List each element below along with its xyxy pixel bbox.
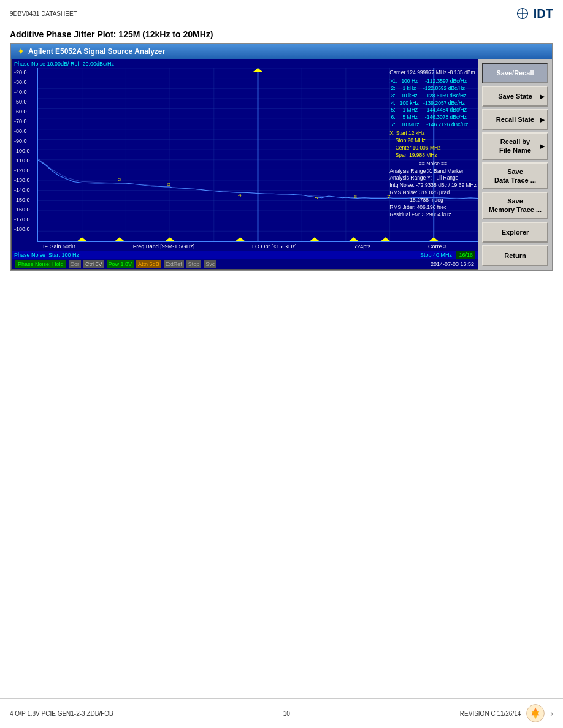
recall-by-file-name-button[interactable]: Recall byFile Name ▶ bbox=[482, 132, 548, 160]
chart-bottom-bar: Phase Noise Start 100 Hz Stop 40 MHz 16/… bbox=[12, 251, 478, 259]
analysis-x: Analysis Range X: Band Marker bbox=[389, 168, 477, 175]
x-center: Center 10.006 MHz bbox=[389, 145, 477, 152]
status-strip: Phase Noise: Hold Cor Ctrl 0V Pow 1.8V A… bbox=[12, 259, 478, 269]
noise-header: ≡≡ Noise ≡≡ bbox=[389, 161, 477, 168]
analysis-y: Analysis Range Y: Full Range bbox=[389, 175, 477, 182]
idt-logo-text: IDT bbox=[534, 7, 553, 21]
status-ctrl: Ctrl 0V bbox=[83, 260, 104, 268]
svg-text:3: 3 bbox=[167, 182, 170, 186]
rms-noise-1: RMS Noise: 319.025 µrad bbox=[389, 189, 477, 197]
idt-logo: IDT bbox=[514, 5, 553, 22]
y-label-6: -70.0 bbox=[14, 118, 36, 124]
status-cor: Cor bbox=[69, 260, 82, 268]
chart-title: Additive Phase Jitter Plot: 125M (12kHz … bbox=[0, 25, 563, 43]
explorer-button[interactable]: Explorer bbox=[482, 222, 548, 243]
svg-text:4: 4 bbox=[238, 194, 242, 198]
footer-left: 4 O/P 1.8V PCIE GEN1-2-3 ZDB/FOB bbox=[10, 710, 113, 717]
marker-6: 6: 5 MHz -146.3078 dBc/Hz bbox=[389, 114, 477, 121]
status-lo-opt: LO Opt [<150kHz] bbox=[252, 243, 296, 249]
sun-icon: ✦ bbox=[17, 47, 25, 56]
status-svc: Svc bbox=[204, 260, 216, 268]
footer-arrow[interactable]: › bbox=[550, 708, 553, 718]
recall-state-button[interactable]: Recall State ▶ bbox=[482, 109, 548, 130]
return-button[interactable]: Return bbox=[482, 245, 548, 266]
status-datetime: 2014-07-03 16:52 bbox=[431, 261, 474, 267]
footer-center: 10 bbox=[283, 710, 290, 717]
save-state-button[interactable]: Save State ▶ bbox=[482, 86, 548, 107]
y-axis-labels: -20.0 -30.0 -40.0 -50.0 -60.0 -70.0 -80.… bbox=[12, 68, 37, 242]
idt-logo-icon bbox=[514, 5, 531, 22]
svg-text:6: 6 bbox=[354, 194, 358, 199]
instrument-title-bar: ✦ Agilent E5052A Signal Source Analyzer bbox=[11, 44, 552, 59]
marker-3: 3: 10 kHz -128.6159 dBc/Hz bbox=[389, 93, 477, 100]
footer-revision: REVISION C 11/26/14 bbox=[460, 710, 521, 717]
y-label-15: -160.0 bbox=[14, 207, 36, 213]
chart-top-bar: Phase Noise 10.00dB/ Ref -20.00dBc/Hz bbox=[12, 59, 478, 68]
footer-right: REVISION C 11/26/14 › bbox=[460, 703, 553, 723]
save-recall-button[interactable]: Save/Recall bbox=[482, 63, 548, 83]
marker-2: 2: 1 kHz -122.8592 dBc/Hz bbox=[389, 85, 477, 93]
svg-text:2: 2 bbox=[118, 178, 121, 182]
instrument-title: Agilent E5052A Signal Source Analyzer bbox=[28, 47, 165, 56]
y-label-12: -130.0 bbox=[14, 177, 36, 183]
y-label-1: -20.0 bbox=[14, 69, 36, 75]
y-label-4: -50.0 bbox=[14, 99, 36, 105]
x-info: X: Start 12 kHz Stop 20 MHz Center 10.00… bbox=[389, 130, 477, 159]
phase-noise-label: Phase Noise 10.00dB/ Ref -20.00dBc/Hz bbox=[14, 61, 114, 67]
status-phase-noise: Phase Noise: Hold bbox=[15, 260, 66, 268]
sidebar-buttons: Save/Recall Save State ▶ Recall State ▶ … bbox=[478, 59, 552, 270]
rms-noise-2: 18.2788 mdeg bbox=[389, 197, 477, 204]
marker-5: 5: 1 MHz -144.4484 dBc/Hz bbox=[389, 107, 477, 114]
y-label-16: -170.0 bbox=[14, 216, 36, 222]
svg-marker-39 bbox=[429, 237, 439, 241]
noise-section: ≡≡ Noise ≡≡ Analysis Range X: Band Marke… bbox=[389, 161, 477, 219]
status-freq-band: Freq Band [99M-1.5GHz] bbox=[133, 243, 195, 249]
page-footer: 4 O/P 1.8V PCIE GEN1-2-3 ZDB/FOB 10 REVI… bbox=[0, 698, 563, 728]
y-label-3: -40.0 bbox=[14, 89, 36, 95]
y-label-13: -140.0 bbox=[14, 187, 36, 193]
status-corre: Corre 3 bbox=[428, 243, 446, 249]
recall-file-arrow: ▶ bbox=[540, 143, 545, 150]
svg-marker-34 bbox=[235, 237, 245, 241]
status-attn: Attn 5dB bbox=[136, 260, 161, 268]
save-memory-trace-button[interactable]: SaveMemory Trace ... bbox=[482, 192, 548, 219]
status-pow: Pow 1.8V bbox=[107, 260, 134, 268]
marker-7: 7: 10 MHz -146.7126 dBc/Hz bbox=[389, 121, 477, 129]
svg-marker-36 bbox=[349, 237, 359, 241]
y-label-5: -60.0 bbox=[14, 108, 36, 115]
x-span: Span 19.988 MHz bbox=[389, 152, 477, 159]
svg-marker-38 bbox=[77, 237, 87, 241]
chart-plot: 2 3 4 5 6 7 Carrier 124.999977 MHz -8.13… bbox=[37, 68, 478, 242]
intg-noise: Intg Noise: -72.9338 dBc / 19.69 MHz bbox=[389, 182, 477, 189]
y-label-9: -100.0 bbox=[14, 148, 36, 154]
instrument-container: ✦ Agilent E5052A Signal Source Analyzer … bbox=[10, 43, 553, 271]
instrument-body: Phase Noise 10.00dB/ Ref -20.00dBc/Hz -2… bbox=[11, 59, 552, 270]
svg-text:5: 5 bbox=[315, 195, 318, 200]
status-stop: Stop bbox=[186, 260, 202, 268]
recall-state-arrow: ▶ bbox=[540, 116, 545, 123]
save-data-trace-button[interactable]: SaveData Trace ... bbox=[482, 162, 548, 190]
residual-fm: Residual FM: 3.29854 kHz bbox=[389, 211, 477, 219]
svg-marker-32 bbox=[115, 237, 124, 241]
svg-marker-46 bbox=[253, 68, 262, 72]
marker-1: >1: 100 Hz -112.3597 dBc/Hz bbox=[389, 78, 477, 85]
x-start: X: Start 12 kHz bbox=[389, 130, 477, 137]
marker-4: 4: 100 kHz -139.2057 dBc/Hz bbox=[389, 100, 477, 107]
carrier-info: Carrier 124.999977 MHz -8.135 dBm bbox=[389, 69, 477, 77]
status-pts: 724pts bbox=[354, 243, 370, 249]
y-label-8: -90.0 bbox=[14, 138, 36, 144]
svg-marker-35 bbox=[310, 237, 320, 241]
y-label-14: -150.0 bbox=[14, 197, 36, 203]
doc-id: 9DBV0431 DATASHEET bbox=[10, 10, 77, 17]
rms-jitter: RMS Jitter: 406.196 fsec bbox=[389, 204, 477, 211]
status-extref: ExtRef bbox=[164, 260, 184, 268]
x-stop: Stop 20 MHz bbox=[389, 137, 477, 145]
svg-marker-37 bbox=[381, 237, 391, 241]
chart-canvas: -20.0 -30.0 -40.0 -50.0 -60.0 -70.0 -80.… bbox=[12, 68, 478, 242]
y-label-10: -110.0 bbox=[14, 157, 36, 164]
chart-status-bar: IF Gain 50dB Freq Band [99M-1.5GHz] LO O… bbox=[12, 242, 478, 251]
y-label-2: -30.0 bbox=[14, 79, 36, 85]
bottom-bar-left: Phase Noise Start 100 Hz bbox=[14, 252, 79, 258]
yole-logo bbox=[526, 703, 545, 723]
svg-marker-33 bbox=[165, 237, 175, 241]
